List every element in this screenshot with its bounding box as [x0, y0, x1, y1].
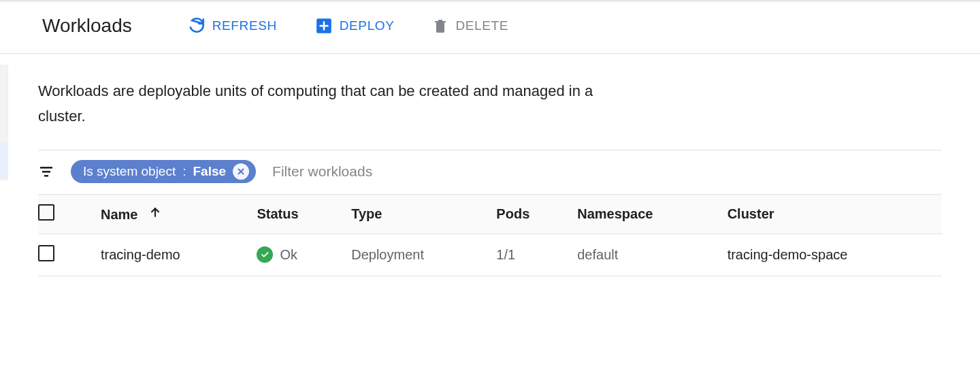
select-all-checkbox[interactable] — [38, 204, 54, 221]
sort-ascending-icon — [148, 206, 162, 219]
cell-namespace: default — [569, 233, 719, 276]
page-header: Workloads REFRESH DEPLOY — [0, 3, 980, 54]
cell-type: Deployment — [343, 233, 488, 276]
filter-icon[interactable] — [38, 163, 54, 180]
svg-rect-1 — [40, 167, 52, 169]
column-header-pods[interactable]: Pods — [488, 194, 569, 233]
filter-input[interactable] — [272, 163, 942, 180]
deploy-button[interactable]: DEPLOY — [315, 17, 395, 35]
left-nav-selected-indicator — [0, 143, 8, 178]
deploy-label: DEPLOY — [340, 18, 395, 33]
page-description: Workloads are deployable units of comput… — [38, 78, 596, 129]
row-checkbox[interactable] — [38, 245, 54, 261]
cell-name[interactable]: tracing-demo — [93, 233, 248, 276]
filter-chip-value: False — [193, 164, 227, 179]
column-header-status[interactable]: Status — [248, 194, 343, 233]
filter-chip-system-object[interactable]: Is system object : False — [71, 160, 256, 183]
cell-cluster: tracing-demo-space — [719, 233, 942, 276]
column-header-namespace[interactable]: Namespace — [569, 194, 719, 233]
trash-icon — [432, 17, 448, 35]
column-header-type[interactable]: Type — [343, 194, 488, 233]
page-title: Workloads — [42, 15, 132, 37]
table-row[interactable]: tracing-demo Ok Deployment 1/1 default t… — [38, 233, 942, 276]
refresh-icon — [188, 17, 206, 35]
svg-rect-3 — [44, 175, 48, 177]
filter-bar: Is system object : False — [38, 150, 942, 194]
delete-button[interactable]: DELETE — [432, 17, 508, 35]
refresh-label: REFRESH — [212, 18, 277, 33]
cell-status: Ok — [280, 247, 297, 263]
column-header-cluster[interactable]: Cluster — [719, 194, 942, 233]
table-header-row: Name Status Type Pods Namespace Cluster — [38, 194, 942, 233]
chip-close-icon[interactable] — [233, 163, 249, 180]
toolbar-actions: REFRESH DEPLOY DELETE — [188, 17, 508, 35]
status-ok-icon — [257, 246, 273, 263]
svg-rect-2 — [42, 171, 50, 173]
column-header-name[interactable]: Name — [93, 194, 248, 233]
delete-label: DELETE — [455, 18, 508, 33]
refresh-button[interactable]: REFRESH — [188, 17, 277, 35]
workloads-table: Name Status Type Pods Namespace Cluster — [38, 194, 942, 276]
cell-pods: 1/1 — [488, 233, 569, 276]
filter-chip-key: Is system object — [83, 164, 176, 179]
plus-box-icon — [315, 17, 333, 35]
